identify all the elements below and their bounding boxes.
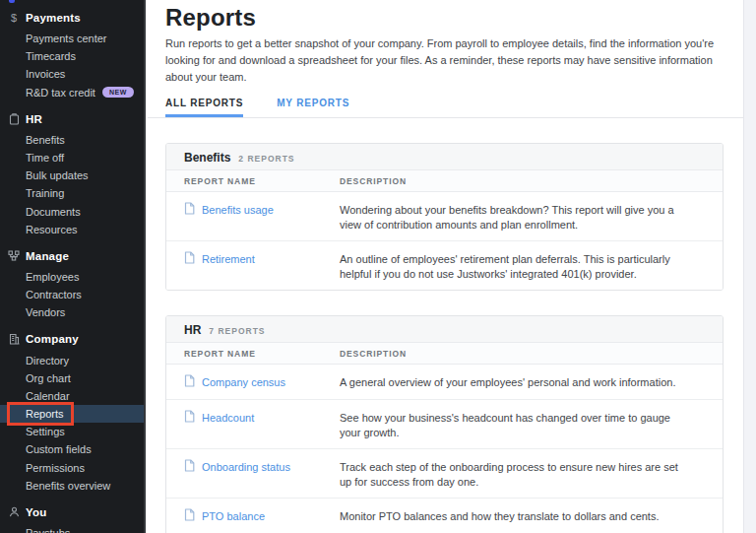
column-report-name: REPORT NAME: [184, 176, 340, 186]
sidebar-section-label: Company: [26, 333, 79, 345]
report-group-name: Benefits: [184, 151, 230, 165]
report-group-count: 7 REPORTS: [209, 326, 265, 336]
report-description: An outline of employees' retirement plan…: [340, 249, 705, 282]
sidebar-item-org-chart[interactable]: Org chart: [0, 369, 144, 387]
sidebar-item-timecards[interactable]: Timecards: [0, 47, 144, 65]
sidebar-item-time-off[interactable]: Time off: [0, 149, 144, 167]
report-tabs: ALL REPORTS MY REPORTS: [148, 90, 743, 118]
sidebar-item-custom-fields[interactable]: Custom fields: [0, 440, 144, 458]
sidebar-item-label: Settings: [26, 426, 65, 437]
sidebar: $ Payments Payments center Timecards Inv…: [0, 0, 146, 533]
sidebar-item-r-d-tax-credit[interactable]: R&D tax credit NEW: [0, 84, 144, 101]
sidebar-item-label: Timecards: [26, 50, 76, 62]
sidebar-item-label: Contractors: [26, 289, 82, 300]
page-title: Reports: [165, 6, 724, 30]
document-icon: [184, 508, 195, 523]
sidebar-section-label: HR: [26, 113, 42, 125]
main-content: Reports Run reports to get a better snap…: [148, 0, 743, 533]
sidebar-item-label: Bulk updates: [26, 169, 89, 181]
sidebar-item-resources[interactable]: Resources: [0, 221, 144, 238]
sidebar-item-benefits[interactable]: Benefits: [0, 131, 144, 149]
dollar-icon: $: [8, 12, 20, 24]
report-group-header: HR 7 REPORTS: [166, 316, 723, 343]
sidebar-item-label: Benefits overview: [26, 480, 110, 492]
sidebar-item-payments-center[interactable]: Payments center: [0, 30, 144, 47]
sidebar-section-you: You Paystubs: [0, 503, 144, 533]
report-row-benefits-usage: Benefits usage Wondering about your bene…: [166, 192, 723, 241]
sidebar-item-label: Vendors: [26, 306, 65, 318]
sidebar-item-documents[interactable]: Documents: [0, 203, 144, 221]
sidebar-item-label: Calendar: [26, 390, 70, 402]
document-icon: [184, 374, 195, 389]
sidebar-item-label: Invoices: [26, 68, 65, 80]
sidebar-item-settings[interactable]: Settings: [0, 423, 144, 440]
sidebar-item-benefits-overview[interactable]: Benefits overview: [0, 477, 144, 495]
sidebar-item-label: Custom fields: [26, 443, 92, 455]
report-group-card-hr: HR 7 REPORTS REPORT NAME DESCRIPTION Com…: [165, 315, 724, 533]
sidebar-item-label: Time off: [26, 152, 64, 164]
sidebar-item-vendors[interactable]: Vendors: [0, 303, 144, 321]
sidebar-item-label: Benefits: [26, 134, 65, 146]
report-group-name: HR: [184, 323, 201, 337]
sidebar-section-payments: $ Payments Payments center Timecards Inv…: [0, 9, 144, 101]
cropped-icon-fragment: [9, 0, 15, 3]
sidebar-item-invoices[interactable]: Invoices: [0, 65, 144, 83]
report-link-retirement[interactable]: Retirement: [184, 251, 255, 266]
sidebar-section-label: Payments: [26, 12, 81, 24]
sidebar-item-permissions[interactable]: Permissions: [0, 459, 144, 477]
report-groups-container: Benefits 2 REPORTS REPORT NAME DESCRIPTI…: [165, 143, 724, 533]
org-chart-icon: [8, 250, 20, 261]
sidebar-item-label: Employees: [26, 271, 79, 283]
report-link-benefits-usage[interactable]: Benefits usage: [184, 202, 274, 217]
document-icon: [184, 459, 195, 474]
sidebar-item-label: Paystubs: [26, 527, 70, 533]
sidebar-item-contractors[interactable]: Contractors: [0, 286, 144, 303]
report-description: Track each step of the onboarding proces…: [340, 457, 705, 490]
page-description: Run reports to get a better snapshot of …: [165, 35, 724, 86]
table-column-headers: REPORT NAME DESCRIPTION: [166, 343, 723, 365]
person-icon: [8, 506, 20, 517]
vertical-scrollbar[interactable]: [743, 0, 756, 533]
report-link-onboarding-status[interactable]: Onboarding status: [184, 459, 290, 474]
document-icon: [184, 202, 195, 217]
sidebar-item-directory[interactable]: Directory: [0, 351, 144, 368]
new-badge: NEW: [102, 87, 134, 98]
sidebar-item-label: Resources: [26, 224, 78, 235]
report-row-retirement: Retirement An outline of employees' reti…: [166, 241, 723, 290]
sidebar-item-bulk-updates[interactable]: Bulk updates: [0, 167, 144, 184]
report-group-header: Benefits 2 REPORTS: [166, 144, 723, 170]
report-link-headcount[interactable]: Headcount: [184, 410, 254, 425]
app-window: $ Payments Payments center Timecards Inv…: [0, 0, 756, 533]
document-icon: [184, 410, 195, 425]
sidebar-item-training[interactable]: Training: [0, 184, 144, 202]
report-link-pto-balance[interactable]: PTO balance: [184, 508, 265, 523]
sidebar-nav: $ Payments Payments center Timecards Inv…: [0, 9, 144, 533]
sidebar-item-calendar[interactable]: Calendar: [0, 387, 144, 405]
document-icon: [184, 251, 195, 266]
column-description: DESCRIPTION: [340, 349, 705, 359]
report-description: See how your business's headcount has ch…: [340, 408, 705, 440]
table-column-headers: REPORT NAME DESCRIPTION: [166, 170, 723, 192]
sidebar-section-hr: HR Benefits Time off Bulk updates Traini…: [0, 110, 144, 238]
sidebar-section-manage: Manage Employees Contractors Vendors: [0, 247, 144, 322]
report-row-pto-balance: PTO balance Monitor PTO balances and how…: [166, 499, 723, 533]
report-description: Wondering about your benefits breakdown?…: [340, 200, 705, 233]
report-row-headcount: Headcount See how your business's headco…: [166, 400, 723, 449]
clipboard-icon: [8, 113, 20, 125]
report-group-card-benefits: Benefits 2 REPORTS REPORT NAME DESCRIPTI…: [165, 143, 724, 291]
sidebar-item-paystubs[interactable]: Paystubs: [0, 524, 144, 533]
report-link-company-census[interactable]: Company census: [184, 374, 285, 389]
sidebar-item-label: Reports: [26, 408, 64, 420]
tab-all-reports[interactable]: ALL REPORTS: [165, 90, 243, 117]
column-report-name: REPORT NAME: [184, 349, 340, 359]
sidebar-item-employees[interactable]: Employees: [0, 268, 144, 286]
report-row-company-census: Company census A general overview of you…: [166, 365, 723, 400]
sidebar-item-label: Permissions: [26, 462, 85, 474]
building-icon: [8, 333, 20, 345]
sidebar-section-label: Manage: [26, 250, 69, 262]
tab-my-reports[interactable]: MY REPORTS: [277, 90, 349, 117]
sidebar-item-reports[interactable]: Reports: [0, 405, 144, 423]
report-description: Monitor PTO balances and how they transl…: [340, 506, 705, 525]
sidebar-item-label: Payments center: [26, 33, 107, 44]
report-group-count: 2 REPORTS: [238, 154, 294, 164]
